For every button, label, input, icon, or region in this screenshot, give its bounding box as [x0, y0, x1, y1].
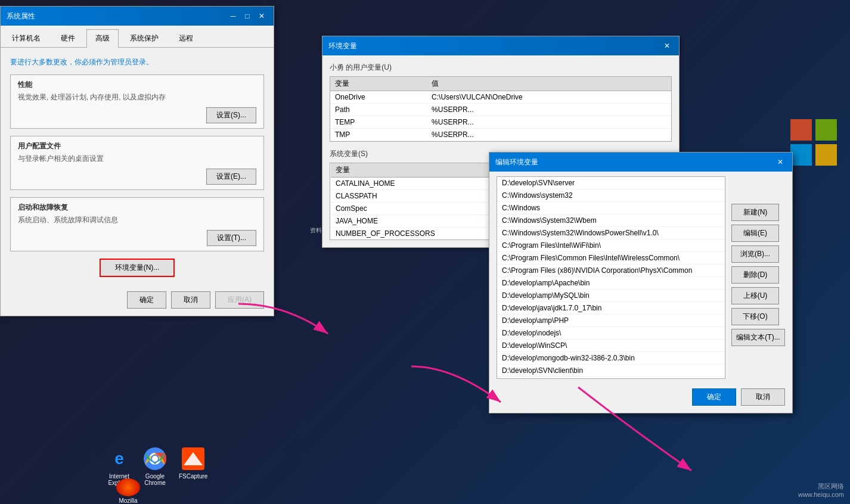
- taskbar-icon-chrome[interactable]: GoogleChrome: [143, 447, 167, 486]
- edit-close-button[interactable]: ✕: [774, 156, 786, 168]
- fscapture-label: FSCapture: [179, 473, 207, 480]
- apply-button[interactable]: 应用(A): [215, 291, 264, 309]
- list-item[interactable]: D:\develop\WinSCP\: [497, 340, 725, 352]
- performance-title: 性能: [18, 80, 256, 90]
- list-item[interactable]: C:\Program Files\Intel\WiFi\bin\: [497, 239, 725, 252]
- move-up-button[interactable]: 上移(U): [731, 287, 779, 304]
- env-vars-title: 环境变量: [328, 41, 357, 51]
- svg-rect-2: [790, 144, 812, 166]
- list-item[interactable]: D:\develop\amp\MySQL\bin: [497, 290, 725, 302]
- move-down-button[interactable]: 下移(O): [731, 308, 779, 325]
- sys-props-tabs: 计算机名 硬件 高级 系统保护 远程: [1, 26, 274, 48]
- new-path-button[interactable]: 新建(N): [731, 204, 779, 221]
- edit-bottom-buttons: 确定 取消: [489, 384, 792, 413]
- list-item[interactable]: C:\Program Files (x86)\NVIDIA Corporatio…: [497, 265, 725, 277]
- list-item[interactable]: D:\develop\mongodb-win32-i386-2.0.3\bin: [497, 352, 725, 365]
- list-item[interactable]: D:\develop\SVN\server: [497, 177, 725, 189]
- list-item[interactable]: D:\develop\amp\Apache\bin: [497, 277, 725, 290]
- table-row[interactable]: Path %USERPR...: [330, 104, 671, 116]
- performance-settings-button[interactable]: 设置(S)...: [206, 107, 256, 123]
- performance-desc: 视觉效果, 处理器计划, 内存使用, 以及虚拟内存: [18, 92, 256, 102]
- table-row[interactable]: TEMP %USERPR...: [330, 116, 671, 129]
- user-col-value: 值: [427, 77, 671, 91]
- bottom-buttons: 确定 取消 应用(A): [1, 287, 274, 316]
- env-vars-button[interactable]: 环境变量(N)...: [100, 259, 175, 277]
- userprofile-title: 用户配置文件: [18, 141, 256, 151]
- notice-text: 要进行大多数更改，你必须作为管理员登录。: [10, 57, 264, 67]
- sys-props-content: 要进行大多数更改，你必须作为管理员登录。 性能 视觉效果, 处理器计划, 内存使…: [1, 48, 274, 287]
- user-col-var: 变量: [330, 77, 427, 91]
- sys-props-title: 系统属性: [7, 11, 35, 21]
- svg-point-7: [152, 456, 158, 462]
- list-item[interactable]: D:\develop\java\jdk1.7.0_17\bin: [497, 302, 725, 315]
- list-item[interactable]: D:\develop\amp\PHP: [497, 315, 725, 327]
- user-vars-title: 小勇 的用户变量(U): [330, 63, 672, 73]
- table-row[interactable]: TMP %USERPR...: [330, 129, 671, 141]
- tencent-icon-area: 资料: [310, 226, 322, 235]
- list-item[interactable]: C:\Program Files\Common Files\Intel\Wire…: [497, 252, 725, 265]
- edit-ok-button[interactable]: 确定: [692, 388, 736, 406]
- startup-section: 启动和故障恢复 系统启动、系统故障和调试信息 设置(T)...: [10, 197, 264, 251]
- edit-cancel-button[interactable]: 取消: [741, 388, 785, 406]
- tab-hardware[interactable]: 硬件: [52, 29, 84, 47]
- cancel-button[interactable]: 取消: [171, 291, 210, 309]
- taskbar-icon-fscapture[interactable]: FSCapture: [179, 447, 207, 486]
- startup-title: 启动和故障恢复: [18, 203, 256, 213]
- svg-rect-1: [815, 119, 837, 141]
- userprofile-section: 用户配置文件 与登录帐户相关的桌面设置 设置(E)...: [10, 136, 264, 190]
- list-item[interactable]: C:\Windows: [497, 202, 725, 214]
- list-item[interactable]: D:\develop\nodejs\: [497, 327, 725, 340]
- tab-advanced[interactable]: 高级: [86, 29, 119, 48]
- ok-button[interactable]: 确定: [127, 291, 166, 309]
- svg-rect-0: [790, 119, 812, 141]
- edit-list-container[interactable]: D:\develop\SVN\server C:\Windows\system3…: [497, 176, 725, 379]
- titlebar-controls: ─ □ ✕: [227, 10, 268, 22]
- list-item[interactable]: D:\develop\manages\ComposerSetup: [497, 377, 725, 379]
- edit-right-buttons: 新建(N) 编辑(E) 浏览(B)... 删除(D) 上移(U) 下移(O) 编…: [731, 204, 785, 346]
- user-vars-table-container: 变量 值 OneDrive C:\Users\VULCAN\OneDrive P…: [330, 76, 672, 142]
- mozilla-label: Mozilla: [116, 478, 140, 504]
- table-row[interactable]: OneDrive C:\Users\VULCAN\OneDrive: [330, 91, 671, 104]
- edit-titlebar-controls: ✕: [774, 156, 786, 168]
- watermark: 黑区网络 www.heiqu.com: [798, 482, 844, 498]
- list-item[interactable]: C:\Windows\System32\Wbem: [497, 214, 725, 227]
- windows-logo: [790, 119, 838, 169]
- fscapture-icon: [181, 447, 205, 471]
- svg-rect-3: [815, 144, 837, 166]
- user-vars-table: 变量 值 OneDrive C:\Users\VULCAN\OneDrive P…: [330, 77, 671, 141]
- tab-remote[interactable]: 远程: [170, 29, 202, 47]
- list-item[interactable]: C:\Windows\System32\WindowsPowerShell\v1…: [497, 227, 725, 239]
- tab-computer-name[interactable]: 计算机名: [3, 29, 49, 47]
- env-vars-titlebar: 环境变量 ✕: [322, 36, 679, 55]
- userprofile-settings-button[interactable]: 设置(E)...: [206, 169, 256, 185]
- tab-system-protection[interactable]: 系统保护: [121, 29, 167, 47]
- maximize-button[interactable]: □: [241, 10, 253, 22]
- startup-settings-button[interactable]: 设置(T)...: [207, 230, 256, 246]
- close-button[interactable]: ✕: [256, 10, 268, 22]
- sys-props-titlebar: 系统属性 ─ □ ✕: [1, 7, 274, 26]
- edit-env-titlebar: 编辑环境变量 ✕: [489, 153, 792, 172]
- chrome-icon: [143, 447, 167, 471]
- list-item[interactable]: D:\develop\SVN\client\bin: [497, 365, 725, 377]
- delete-path-button[interactable]: 删除(D): [731, 266, 779, 284]
- browse-path-button[interactable]: 浏览(B)...: [731, 245, 779, 263]
- sys-props-window: 系统属性 ─ □ ✕ 计算机名 硬件 高级 系统保护 远程 要进行大多数更改，你…: [0, 6, 274, 316]
- ie-icon: e: [107, 447, 131, 471]
- startup-desc: 系统启动、系统故障和调试信息: [18, 215, 256, 225]
- userprofile-desc: 与登录帐户相关的桌面设置: [18, 154, 256, 164]
- minimize-button[interactable]: ─: [227, 10, 239, 22]
- edit-env-body: D:\develop\SVN\server C:\Windows\system3…: [489, 176, 792, 379]
- edit-text-button[interactable]: 编辑文本(T)...: [731, 329, 785, 346]
- performance-section: 性能 视觉效果, 处理器计划, 内存使用, 以及虚拟内存 设置(S)...: [10, 74, 264, 129]
- env-titlebar-controls: ✕: [661, 40, 673, 52]
- edit-env-window: 编辑环境变量 ✕ D:\develop\SVN\server C:\Window…: [489, 152, 793, 413]
- env-close-button[interactable]: ✕: [661, 40, 673, 52]
- list-item[interactable]: C:\Windows\system32: [497, 189, 725, 202]
- edit-path-button[interactable]: 编辑(E): [731, 225, 779, 242]
- chrome-label: GoogleChrome: [144, 473, 166, 486]
- edit-env-title: 编辑环境变量: [495, 157, 538, 167]
